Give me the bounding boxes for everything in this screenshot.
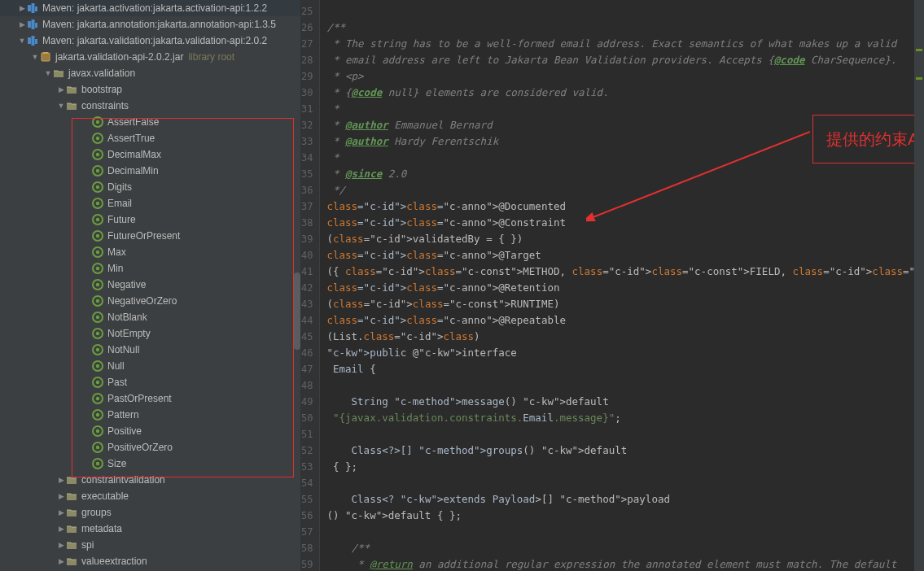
tree-arrow-icon[interactable]: ▼ <box>18 37 26 45</box>
tree-item[interactable]: Positive <box>0 423 300 439</box>
tree-item[interactable]: ▼ javax.validation <box>0 65 300 81</box>
svg-rect-7 <box>32 36 35 46</box>
tree-item[interactable]: DecimalMin <box>0 163 300 179</box>
code-line[interactable]: /** <box>326 20 924 36</box>
tree-item[interactable]: Pattern <box>0 407 300 423</box>
tree-item[interactable]: Digits <box>0 179 300 195</box>
tree-item[interactable]: ▶ Maven: jakarta.activation:jakarta.acti… <box>0 0 300 16</box>
code-line[interactable]: class="c-id">class="c-anno">@Repeatable <box>326 312 924 329</box>
tree-arrow-icon[interactable]: ▼ <box>31 53 39 61</box>
annotation-icon <box>91 262 104 275</box>
svg-point-48 <box>96 413 99 416</box>
tree-item[interactable]: Negative <box>0 277 300 293</box>
annotation-icon <box>91 148 104 161</box>
annotation-icon <box>91 116 104 129</box>
code-line[interactable]: class="c-id">class="c-anno">@Target <box>326 247 924 264</box>
code-line[interactable] <box>326 524 924 540</box>
code-line[interactable]: String "c-method">message() "c-kw">defau… <box>326 394 924 410</box>
code-area[interactable]: /** * The string has to be a well-formed… <box>320 0 924 571</box>
svg-rect-0 <box>28 5 31 11</box>
svg-point-22 <box>96 202 99 205</box>
tree-item[interactable]: Future <box>0 211 300 228</box>
code-line[interactable]: * The string has to be a well-formed ema… <box>326 36 924 52</box>
tree-item[interactable]: ▶ Maven: jakarta.annotation:jakarta.anno… <box>0 16 300 33</box>
tree-item-label: constraintvalidation <box>81 474 165 486</box>
tree-item[interactable]: ▼ constraints <box>0 98 300 114</box>
tree-item[interactable]: FutureOrPresent <box>0 228 300 244</box>
svg-point-38 <box>96 332 99 335</box>
tree-item[interactable]: Size <box>0 455 300 472</box>
annotation-icon <box>91 197 104 210</box>
code-line[interactable]: * <box>326 150 924 166</box>
tree-item[interactable]: ▼ jakarta.validation-api-2.0.2.jar libra… <box>0 49 300 65</box>
code-line[interactable]: * @author Hardy Ferentschik <box>326 133 924 150</box>
code-line[interactable]: class="c-id">class="c-anno">@Documented <box>326 198 924 215</box>
tree-item[interactable]: Min <box>0 260 300 277</box>
code-line[interactable]: "c-kw">public @"c-kw">interface <box>326 345 924 361</box>
tree-item[interactable]: NotBlank <box>0 309 300 325</box>
tree-item-label: javax.validation <box>68 68 135 79</box>
code-line[interactable]: * <p> <box>326 68 924 85</box>
code-line[interactable] <box>326 426 924 442</box>
tree-item[interactable]: ▶ groups <box>0 504 300 521</box>
code-line[interactable]: class="c-id">class="c-anno">@Constraint <box>326 215 924 231</box>
package-icon <box>65 490 78 503</box>
scrollbar-thumb[interactable] <box>294 272 300 350</box>
code-line[interactable]: * @return an additional regular expressi… <box>326 556 924 571</box>
tree-arrow-icon[interactable]: ▶ <box>57 557 65 565</box>
line-number: 50 <box>301 410 313 426</box>
tree-arrow-icon[interactable]: ▶ <box>18 4 26 12</box>
svg-rect-10 <box>43 52 48 54</box>
code-line[interactable] <box>326 377 924 394</box>
tree-item[interactable]: ▶ valueextraction <box>0 553 300 569</box>
tree-item[interactable]: NotNull <box>0 342 300 358</box>
tree-arrow-icon[interactable]: ▶ <box>57 525 65 533</box>
tree-item[interactable]: ▼ Maven: jakarta.validation:jakarta.vali… <box>0 33 300 49</box>
svg-rect-5 <box>35 23 37 28</box>
tree-item[interactable]: AssertTrue <box>0 130 300 146</box>
tree-arrow-icon[interactable]: ▼ <box>44 69 52 77</box>
code-line[interactable]: Class<? "c-kw">extends Payload>[] "c-met… <box>326 491 924 508</box>
project-tree[interactable]: ▶ Maven: jakarta.activation:jakarta.acti… <box>0 0 301 571</box>
tree-item[interactable]: Null <box>0 358 300 374</box>
tree-item[interactable]: PositiveOrZero <box>0 439 300 455</box>
annotation-icon <box>91 311 104 324</box>
tree-item[interactable]: ▶ executable <box>0 488 300 504</box>
tree-item-label: groups <box>81 507 112 518</box>
tree-arrow-icon[interactable]: ▶ <box>57 492 65 500</box>
tree-item-label: spi <box>81 539 94 551</box>
code-line[interactable] <box>326 3 924 20</box>
line-number: 34 <box>301 150 313 166</box>
tree-arrow-icon[interactable]: ▶ <box>57 508 65 517</box>
tree-item[interactable]: ▶ bootstrap <box>0 81 300 98</box>
code-line[interactable]: * <box>326 101 924 117</box>
tree-arrow-icon[interactable]: ▶ <box>57 476 65 484</box>
code-line[interactable]: * @author Emmanuel Bernard <box>326 117 924 133</box>
code-line[interactable]: * {@code null} elements are considered v… <box>326 85 924 101</box>
code-line[interactable] <box>326 475 924 491</box>
tree-arrow-icon[interactable]: ▼ <box>57 102 65 110</box>
tree-item[interactable]: Email <box>0 195 300 211</box>
tree-item[interactable]: PastOrPresent <box>0 390 300 407</box>
code-line[interactable]: /** <box>326 540 924 556</box>
code-line[interactable]: * email address are left to Jakarta Bean… <box>326 52 924 68</box>
tree-item[interactable]: ▶ constraintvalidation <box>0 472 300 488</box>
svg-rect-4 <box>32 20 35 29</box>
tree-item[interactable]: AssertFalse <box>0 114 300 130</box>
code-line[interactable]: * @since 2.0 <box>326 166 924 182</box>
tree-item[interactable]: Past <box>0 374 300 390</box>
code-line[interactable]: */ <box>326 182 924 198</box>
tree-item[interactable]: ▶ metadata <box>0 521 300 537</box>
tree-item[interactable]: NegativeOrZero <box>0 293 300 309</box>
tree-item[interactable]: DecimalMax <box>0 146 300 163</box>
code-line[interactable]: class="c-id">class="c-anno">@Retention <box>326 280 924 296</box>
code-editor[interactable]: 2526272829303132333435363738394041424344… <box>301 0 924 571</box>
tree-item[interactable]: NotEmpty <box>0 325 300 342</box>
tree-arrow-icon[interactable]: ▶ <box>18 20 26 28</box>
tree-item[interactable]: ▶ spi <box>0 537 300 553</box>
tree-item[interactable]: Max <box>0 244 300 260</box>
line-number: 54 <box>301 475 313 491</box>
tree-arrow-icon[interactable]: ▶ <box>57 85 65 94</box>
code-line[interactable]: Class<?>[] "c-method">groups() "c-kw">de… <box>326 442 924 459</box>
tree-arrow-icon[interactable]: ▶ <box>57 541 65 549</box>
